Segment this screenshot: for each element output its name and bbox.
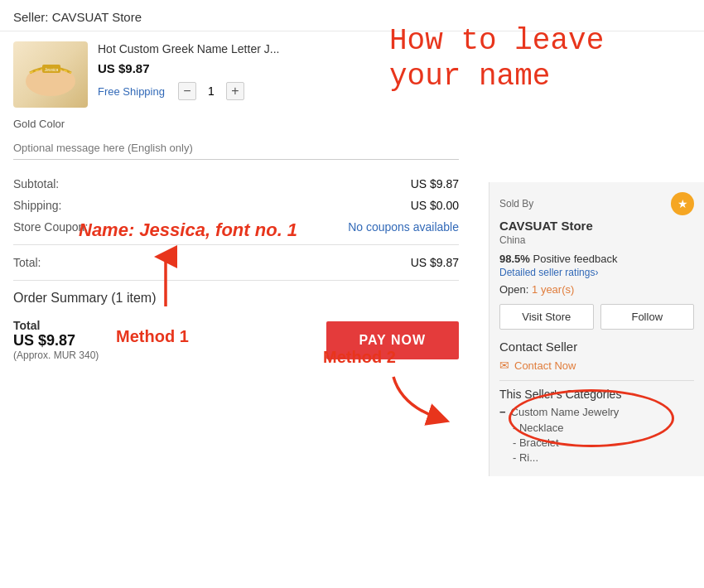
shipping-value: US $0.00	[411, 199, 459, 212]
feedback-percentage: 98.5%	[499, 253, 530, 265]
follow-button[interactable]: Follow	[600, 304, 695, 330]
open-label: Open:	[499, 283, 528, 296]
order-total-label: Total	[13, 319, 99, 332]
sub-category-necklace: - Necklace	[499, 422, 694, 434]
how-to-title: How to leave your name	[389, 23, 671, 94]
contact-seller-title: Contact Seller	[499, 340, 694, 354]
contact-now-row: ✉ Contact Now	[499, 359, 694, 372]
total-value: US $9.87	[411, 256, 459, 269]
subtotal-value: US $9.87	[411, 177, 459, 190]
store-country: China	[499, 234, 694, 246]
svg-text:Jessica: Jessica	[44, 67, 59, 72]
order-approx: (Approx. MUR 340)	[13, 349, 99, 361]
method1-label: Method 1	[116, 327, 189, 346]
mail-icon: ✉	[499, 359, 509, 372]
quantity-decrease-button[interactable]: −	[178, 82, 196, 100]
quantity-value: 1	[203, 84, 219, 98]
open-duration: 1 year(s)	[532, 283, 574, 296]
name-annotation: Name: Jessica, font no. 1	[79, 219, 297, 241]
message-input-wrapper	[13, 137, 459, 160]
contact-seller-section: Contact Seller ✉ Contact Now	[499, 340, 694, 372]
feedback-label: Positive feedback	[533, 253, 618, 265]
open-since: Open: 1 year(s)	[499, 283, 694, 296]
subtotal-label: Subtotal:	[13, 177, 59, 190]
main-category-label: Custom Name Jewelry	[511, 406, 620, 418]
message-input[interactable]	[13, 137, 459, 160]
sold-by-row: Sold By ★	[499, 192, 694, 215]
product-image: Jessica	[13, 41, 88, 108]
right-panel: Sold By ★ CAVSUAT Store China 98.5% Posi…	[489, 182, 704, 476]
total-label: Total:	[13, 256, 41, 269]
total-row: Total: US $9.87	[13, 252, 459, 273]
category-minus-icon: −	[499, 406, 506, 418]
sub-category-bracelet: - Bracelet	[499, 436, 694, 449]
shipping-label: Shipping:	[13, 199, 61, 212]
sold-by-label: Sold By	[499, 198, 533, 210]
order-total-price: US $9.87	[13, 332, 99, 349]
store-name[interactable]: CAVSUAT Store	[499, 219, 694, 233]
quantity-increase-button[interactable]: +	[226, 82, 244, 100]
subtotal-row: Subtotal: US $9.87	[13, 173, 459, 195]
method2-label: Method 2	[323, 348, 396, 367]
sub-category-ring: - Ri...	[499, 451, 694, 464]
coupon-label: Store Coupon:	[13, 220, 88, 234]
feedback-row: 98.5% Positive feedback	[499, 253, 694, 265]
coupon-value: No coupons available	[348, 220, 459, 234]
method1-arrow	[145, 248, 186, 309]
quantity-controls: − 1 +	[178, 82, 244, 100]
color-section: Gold Color	[13, 118, 459, 130]
order-total-left: Total US $9.87 (Approx. MUR 340)	[13, 319, 99, 361]
title-line1: How to leave	[389, 23, 671, 59]
seller-header-text: Seller: CAVSUAT Store	[13, 10, 142, 24]
free-shipping-label: Free Shipping	[98, 85, 165, 98]
seller-badge-icon: ★	[671, 192, 694, 215]
seller-actions: Visit Store Follow	[499, 304, 694, 330]
order-summary-title: Order Summary (1 item)	[13, 291, 459, 306]
contact-now-link[interactable]: Contact Now	[514, 359, 576, 372]
visit-store-button[interactable]: Visit Store	[499, 304, 594, 330]
title-line2: your name	[389, 59, 671, 94]
categories-title: This Seller's Categories	[499, 380, 694, 401]
detailed-ratings-link[interactable]: Detailed seller ratings›	[499, 267, 694, 278]
color-label: Gold Color	[13, 118, 65, 130]
method2-arrow	[385, 373, 451, 433]
main-category-item: − Custom Name Jewelry	[499, 406, 694, 418]
shipping-row-price: Shipping: US $0.00	[13, 195, 459, 216]
